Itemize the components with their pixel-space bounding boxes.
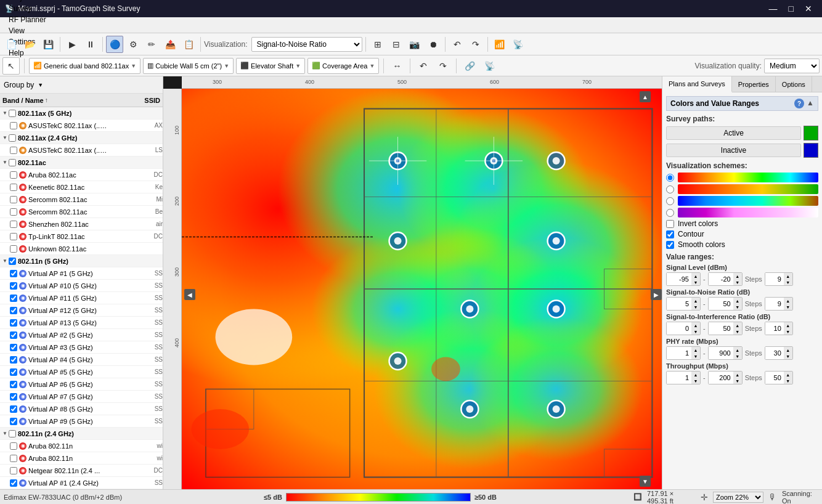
list-item[interactable]: ▼ 802.11ax (5 GHz) — [0, 107, 163, 120]
vr-max-up-3[interactable]: ▲ — [733, 347, 742, 353]
menu-item-survey[interactable]: Survey — [2, 3, 52, 14]
new-button[interactable]: 📄 — [2, 36, 20, 53]
ap-checkbox[interactable] — [10, 393, 17, 400]
ap-checkbox[interactable] — [10, 147, 17, 154]
vr-steps-down-4[interactable]: ▼ — [784, 378, 792, 384]
reports-button[interactable]: 📋 — [180, 36, 197, 53]
list-item[interactable]: ◉ Aruba 802.11n wi — [0, 452, 163, 465]
list-item[interactable]: ▼ 802.11ac — [0, 156, 163, 169]
vr-max-down-2[interactable]: ▼ — [733, 328, 742, 335]
vr-max-input-1[interactable] — [709, 298, 733, 310]
group-by-button[interactable]: Group by ▼ — [4, 81, 43, 89]
vr-min-input-0[interactable] — [667, 273, 691, 285]
antenna-selector[interactable]: 📶 Generic dual band 802.11ax ▼ — [29, 58, 140, 74]
scheme-radio-1[interactable] — [666, 174, 674, 182]
ap-checkbox[interactable] — [10, 270, 17, 277]
list-item[interactable]: ◉ Sercomm 802.11ac Be — [0, 206, 163, 218]
tab-properties[interactable]: Properties — [732, 76, 776, 92]
list-item[interactable]: ▼ 802.11n (5 GHz) — [0, 255, 163, 267]
vr-min-input-1[interactable] — [667, 298, 691, 310]
ap-checkbox[interactable] — [10, 295, 17, 302]
list-item[interactable]: ◉ Aruba 802.11n wi — [0, 440, 163, 452]
shaft-selector[interactable]: ⬛ Elevator Shaft ▼ — [236, 58, 305, 74]
vr-min-up-4[interactable]: ▲ — [691, 372, 700, 378]
ap-checkbox[interactable] — [10, 331, 17, 339]
ap-checkbox[interactable] — [10, 319, 17, 327]
vr-steps-input-3[interactable] — [765, 347, 784, 359]
list-item[interactable]: ◉ Aruba 802.11ac DC — [0, 169, 163, 181]
survey-mode-button[interactable]: 🔵 — [106, 36, 123, 53]
maximize-button[interactable]: □ — [784, 2, 799, 15]
vr-min-up-1[interactable]: ▲ — [691, 298, 700, 304]
cursor-tool[interactable]: ↖ — [2, 57, 20, 75]
vr-max-input-4[interactable] — [709, 372, 733, 384]
vr-max-input-2[interactable] — [709, 322, 733, 335]
grid-button[interactable]: ⊟ — [388, 36, 405, 53]
scheme-row-3[interactable] — [666, 196, 818, 206]
undo2-button[interactable]: ↷ — [467, 36, 484, 53]
vr-min-up-0[interactable]: ▲ — [691, 273, 700, 279]
minimize-button[interactable]: — — [764, 2, 783, 15]
inactive-color-swatch[interactable] — [804, 143, 818, 158]
flip-h-button[interactable]: ↔ — [388, 57, 405, 75]
scroll-down-button[interactable]: ▼ — [640, 476, 651, 487]
scroll-up-button[interactable]: ▲ — [640, 91, 651, 102]
scroll-right-button[interactable]: ▶ — [651, 289, 662, 300]
list-item[interactable]: ◉ Virtual AP #7 (5 GHz) SS — [0, 391, 163, 403]
group-checkbox[interactable] — [9, 110, 16, 117]
list-item[interactable]: ◉ Netgear 802.11n (2.4 ... DC — [0, 465, 163, 477]
ap-checkbox[interactable] — [10, 184, 17, 191]
collapse-icon[interactable]: ▲ — [807, 99, 814, 108]
help-icon[interactable]: ? — [794, 99, 804, 108]
group-checkbox[interactable] — [9, 134, 16, 142]
list-item[interactable]: ◉ Virtual AP #1 (2.4 GHz) SS — [0, 477, 163, 489]
title-bar-controls[interactable]: — □ ✕ — [764, 2, 817, 15]
signal-button[interactable]: 📡 — [510, 36, 527, 53]
zoom-select[interactable]: Zoom 22% Zoom 50% Zoom 100% — [713, 492, 763, 503]
menu-item-rf planner[interactable]: RF Planner — [2, 14, 52, 25]
vr-max-input-3[interactable] — [709, 347, 733, 359]
vr-max-up-2[interactable]: ▲ — [733, 322, 742, 328]
map-canvas[interactable]: ▲ ▼ ▶ ◀ — [182, 89, 662, 489]
list-item[interactable]: ◉ Virtual AP #1 (5 GHz) SS — [0, 267, 163, 280]
list-item[interactable]: ◉ Virtual AP #11 (5 GHz) SS — [0, 292, 163, 304]
ap-checkbox[interactable] — [10, 442, 17, 450]
contour-checkbox[interactable] — [666, 230, 674, 238]
list-item[interactable]: ◉ ASUSTekC 802.11ax (..… AX — [0, 120, 163, 132]
undo-button[interactable]: ↶ — [449, 36, 466, 53]
redo-t2-button[interactable]: ↷ — [434, 57, 452, 75]
vr-min-input-3[interactable] — [667, 347, 691, 359]
tree-scroll[interactable]: ▼ 802.11ax (5 GHz) ◉ ASUSTekC 802.11ax (… — [0, 107, 163, 489]
snapshot-button[interactable]: 📷 — [406, 36, 423, 53]
vr-steps-up-2[interactable]: ▲ — [784, 322, 792, 328]
layers-button[interactable]: ⊞ — [369, 36, 386, 53]
vr-min-down-4[interactable]: ▼ — [691, 378, 700, 384]
open-button[interactable]: 📂 — [21, 36, 38, 53]
group-checkbox[interactable] — [9, 430, 16, 437]
list-item[interactable]: ◉ Virtual AP #12 (5 GHz) SS — [0, 304, 163, 317]
vr-min-input-2[interactable] — [667, 322, 691, 335]
list-item[interactable]: ◉ Shenzhen 802.11ac air — [0, 218, 163, 230]
pause-button[interactable]: ⏸ — [82, 36, 99, 53]
vr-min-up-2[interactable]: ▲ — [691, 322, 700, 328]
calibrate-button[interactable]: ✏ — [143, 36, 160, 53]
list-item[interactable]: ◉ Keenetic 802.11ac Ke — [0, 181, 163, 193]
vr-steps-input-4[interactable] — [765, 372, 784, 384]
start-button[interactable]: ▶ — [63, 36, 81, 53]
vr-min-down-1[interactable]: ▼ — [691, 304, 700, 310]
menu-item-view[interactable]: View — [2, 25, 52, 36]
vr-max-up-1[interactable]: ▲ — [733, 298, 742, 304]
ap-checkbox[interactable] — [10, 418, 17, 425]
ap-checkbox[interactable] — [10, 467, 17, 474]
ap-checkbox[interactable] — [10, 356, 17, 364]
export-button[interactable]: 📤 — [161, 36, 179, 53]
ap-checkbox[interactable] — [10, 208, 17, 216]
coverage-selector[interactable]: 🟩 Coverage Area ▼ — [307, 58, 379, 74]
list-item[interactable]: ◉ Virtual AP #6 (5 GHz) SS — [0, 378, 163, 391]
vr-steps-down-3[interactable]: ▼ — [784, 353, 792, 359]
vr-steps-input-0[interactable] — [765, 273, 784, 285]
ap-checkbox[interactable] — [10, 282, 17, 290]
ap-checkbox[interactable] — [10, 196, 17, 203]
scheme-radio-3[interactable] — [666, 197, 674, 205]
scheme-row-4[interactable] — [666, 208, 818, 217]
